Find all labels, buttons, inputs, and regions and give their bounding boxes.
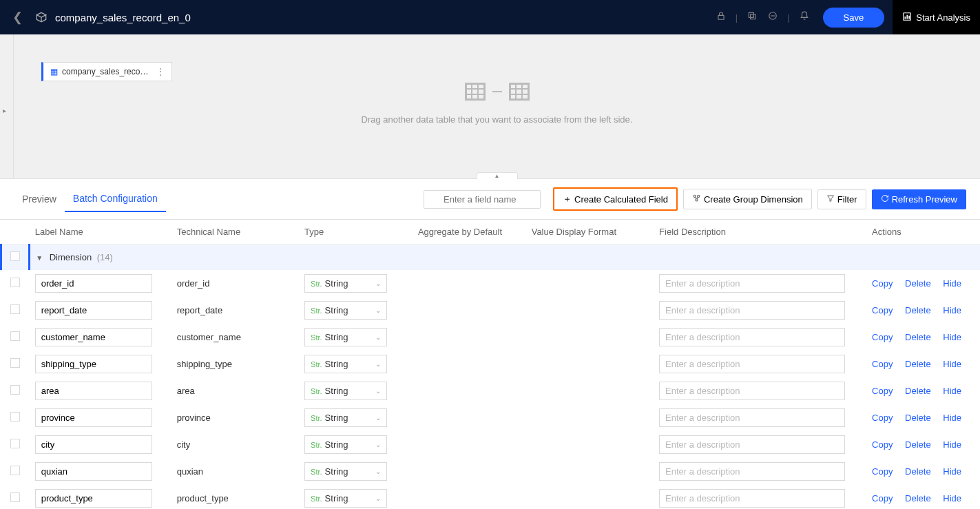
checkbox[interactable] [10, 251, 20, 261]
type-value: String [325, 413, 348, 423]
create-calculated-field-button[interactable]: ＋ Create Calculated Field [553, 187, 678, 211]
copy-action[interactable]: Copy [872, 386, 893, 396]
data-table-chip[interactable]: ▦ company_sales_reco… ⋮ [41, 62, 172, 81]
tab-batch-configuration[interactable]: Batch Configuration [65, 186, 166, 212]
checkbox[interactable] [10, 304, 20, 314]
type-select[interactable]: Str.String ⌄ [304, 382, 387, 400]
left-panel-toggle[interactable] [0, 34, 14, 178]
checkbox[interactable] [10, 466, 20, 475]
description-input[interactable] [659, 301, 845, 320]
type-value: String [325, 439, 348, 450]
table-row: province Str.String ⌄ Copy Delete Hide [1, 404, 981, 431]
type-select[interactable]: Str.String ⌄ [304, 462, 387, 481]
chevron-down-icon[interactable]: ▼ [36, 254, 43, 262]
type-select[interactable]: Str.String ⌄ [304, 274, 387, 293]
type-select[interactable]: Str.String ⌄ [304, 435, 387, 454]
hide-action[interactable]: Hide [943, 413, 961, 423]
type-select[interactable]: Str.String ⌄ [304, 408, 387, 427]
label-name-input[interactable] [35, 408, 152, 427]
description-input[interactable] [659, 408, 845, 427]
delete-action[interactable]: Delete [905, 332, 931, 342]
delete-action[interactable]: Delete [905, 493, 931, 503]
description-input[interactable] [659, 435, 845, 454]
type-select[interactable]: Str.String ⌄ [304, 301, 387, 320]
delete-action[interactable]: Delete [905, 305, 931, 315]
technical-name-cell: product_type [171, 485, 299, 509]
copy-action[interactable]: Copy [872, 305, 893, 315]
back-icon[interactable]: ❮ [7, 10, 28, 25]
type-value: String [325, 386, 348, 396]
checkbox[interactable] [10, 439, 20, 448]
label-name-input[interactable] [35, 462, 152, 481]
tab-preview[interactable]: Preview [14, 187, 65, 211]
delete-action[interactable]: Delete [905, 439, 931, 450]
col-aggregate: Aggregate by Default [413, 220, 526, 245]
copy-action[interactable]: Copy [872, 278, 893, 289]
field-table-scroll[interactable]: Label Name Technical Name Type Aggregate… [0, 220, 980, 509]
copy-action[interactable]: Copy [872, 466, 893, 477]
checkbox[interactable] [10, 278, 20, 287]
save-button[interactable]: Save [823, 8, 885, 28]
copy-action[interactable]: Copy [872, 493, 893, 503]
filter-button[interactable]: Filter [817, 189, 866, 209]
chevron-down-icon: ⌄ [375, 333, 381, 341]
checkbox[interactable] [10, 331, 20, 341]
col-actions: Actions [866, 220, 980, 245]
hide-action[interactable]: Hide [943, 493, 961, 503]
dimension-group-row[interactable]: ▼ Dimension (14) [1, 245, 981, 271]
description-input[interactable] [659, 274, 845, 293]
hide-action[interactable]: Hide [943, 278, 961, 289]
description-input[interactable] [659, 328, 845, 346]
collapse-canvas-handle[interactable]: ▲ [477, 172, 518, 179]
checkbox[interactable] [10, 385, 20, 395]
label-name-input[interactable] [35, 435, 152, 454]
delete-action[interactable]: Delete [905, 278, 931, 289]
hide-action[interactable]: Hide [943, 466, 961, 477]
technical-name-cell: shipping_type [171, 351, 299, 377]
delete-action[interactable]: Delete [905, 386, 931, 396]
delete-action[interactable]: Delete [905, 413, 931, 423]
hide-action[interactable]: Hide [943, 439, 961, 450]
checkbox[interactable] [10, 358, 20, 368]
label-name-input[interactable] [35, 355, 152, 373]
chevron-down-icon: ⌄ [375, 441, 381, 448]
label-name-input[interactable] [35, 382, 152, 400]
technical-name-cell: city [171, 431, 299, 458]
copy-action[interactable]: Copy [872, 439, 893, 450]
label-name-input[interactable] [35, 328, 152, 346]
copy-action[interactable]: Copy [872, 332, 893, 342]
delete-action[interactable]: Delete [905, 359, 931, 369]
start-analysis-button[interactable]: Start Analysis [893, 0, 980, 34]
type-select[interactable]: Str.String ⌄ [304, 355, 387, 373]
lock-icon[interactable] [716, 11, 726, 23]
hide-action[interactable]: Hide [943, 359, 961, 369]
hide-action[interactable]: Hide [943, 386, 961, 396]
label-name-input[interactable] [35, 274, 152, 293]
copy-action[interactable]: Copy [872, 413, 893, 423]
hide-action[interactable]: Hide [943, 332, 961, 342]
checkbox[interactable] [10, 412, 20, 422]
type-value: String [325, 305, 348, 315]
hide-action[interactable]: Hide [943, 305, 961, 315]
copy-action[interactable]: Copy [872, 359, 893, 369]
description-input[interactable] [659, 462, 845, 481]
bell-icon[interactable] [800, 11, 809, 23]
plus-icon: ＋ [563, 193, 572, 205]
delete-action[interactable]: Delete [905, 466, 931, 477]
type-select[interactable]: Str.String ⌄ [304, 489, 387, 508]
description-input[interactable] [659, 489, 845, 508]
type-select[interactable]: Str.String ⌄ [304, 328, 387, 346]
copy-icon[interactable] [747, 11, 757, 23]
description-input[interactable] [659, 355, 845, 373]
refresh-preview-button[interactable]: Refresh Preview [872, 189, 966, 209]
remove-icon[interactable] [768, 11, 778, 23]
description-input[interactable] [659, 382, 845, 400]
svg-rect-6 [905, 17, 906, 19]
field-search-input[interactable] [424, 190, 541, 209]
chip-more-icon[interactable]: ⋮ [156, 67, 165, 76]
checkbox[interactable] [10, 492, 20, 502]
label-name-input[interactable] [35, 489, 152, 508]
chevron-down-icon: ⌄ [375, 495, 381, 502]
create-group-dimension-button[interactable]: Create Group Dimension [683, 189, 812, 209]
label-name-input[interactable] [35, 301, 152, 320]
